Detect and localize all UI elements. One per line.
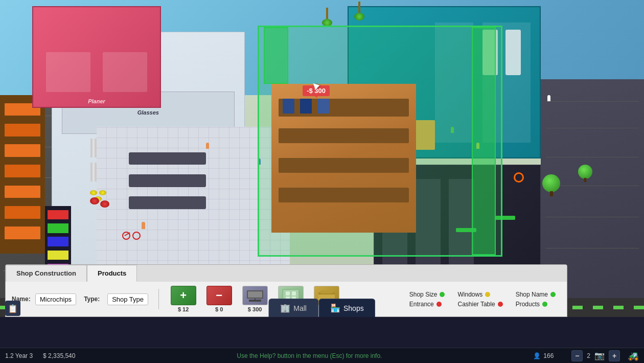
type-value[interactable]: Shop Type: [107, 293, 148, 305]
products-dot: [542, 302, 547, 307]
population-info: 👤 166: [533, 352, 554, 359]
population-text: 166: [543, 352, 554, 359]
add-icon: +: [171, 286, 196, 305]
windows-label: Windows: [457, 291, 482, 298]
svg-rect-11: [320, 290, 333, 293]
windows-dot: [485, 292, 490, 297]
shop-name-dot: [550, 292, 556, 297]
year-text: 1.2 Year 3: [5, 352, 33, 359]
tab-construction[interactable]: Shop Construction: [6, 265, 87, 282]
item-remove[interactable]: − $ 0: [205, 286, 233, 312]
remove-price: $ 0: [215, 306, 223, 312]
indicator-products: Products: [516, 301, 556, 308]
zoom-plus-button[interactable]: +: [609, 350, 620, 361]
shop-size-label: Shop Size: [409, 291, 438, 298]
shelf-icon: [242, 286, 268, 305]
shops-icon: 🏪: [330, 303, 340, 313]
svg-rect-6: [292, 291, 296, 296]
shop-name-label: Shop Name: [516, 291, 548, 298]
divider: [158, 289, 159, 309]
cashier-dot: [498, 302, 503, 307]
remove-icon: −: [206, 286, 232, 305]
green-store-construction: [258, 26, 502, 257]
zoom-controls: − 2 📷 +: [571, 350, 620, 361]
npc-5: [547, 95, 550, 101]
npc-1: [206, 143, 209, 149]
cashier-label: Cashier Table: [457, 301, 495, 308]
entrance-label: Entrance: [409, 301, 434, 308]
npc-bike: [142, 222, 145, 229]
indicator-windows: Windows: [457, 291, 502, 298]
status-right: 👤 166 − 2 📷 + 🚜: [533, 350, 639, 361]
product-rack-left: [0, 95, 45, 254]
shelf-price: $ 300: [248, 306, 262, 312]
svg-rect-1: [248, 291, 262, 298]
svg-rect-5: [286, 291, 290, 296]
nav-tabs: 🏢 Mall 🏪 Shops: [268, 299, 375, 317]
type-label: Type:: [84, 296, 104, 303]
money-text: $ 2,335,540: [43, 352, 75, 359]
tree-right-1: [542, 174, 560, 192]
indicator-shop-size: Shop Size: [409, 291, 445, 298]
name-group: Name: Microchips: [12, 293, 76, 305]
products-label: Products: [516, 301, 540, 308]
tab-shops-label: Shops: [343, 304, 364, 312]
type-group: Type: Shop Type: [84, 293, 148, 305]
entrance-dot: [436, 302, 442, 307]
indicator-cashier: Cashier Table: [457, 301, 502, 308]
bulldozer-icon[interactable]: 🚜: [628, 350, 639, 361]
person-icon: 👤: [533, 352, 541, 359]
indicator-entrance: Entrance: [409, 301, 445, 308]
tab-mall[interactable]: 🏢 Mall: [268, 299, 318, 317]
camera-icon: 📷: [594, 351, 605, 360]
status-indicators: Shop Size Windows Shop Name Entrance Cas…: [409, 291, 561, 308]
mall-icon: 🏢: [280, 303, 290, 313]
name-value[interactable]: Microchips: [35, 293, 76, 305]
item-add[interactable]: + $ 12: [169, 286, 197, 312]
money-info: $ 2,335,540: [43, 352, 75, 359]
tab-products[interactable]: Products: [87, 265, 137, 282]
year-info: 1.2 Year 3: [5, 352, 33, 359]
tab-mall-label: Mall: [293, 304, 307, 312]
shop-size-dot: [440, 292, 445, 297]
zoom-minus-button[interactable]: −: [571, 350, 583, 361]
zoom-level-text: 2: [587, 352, 590, 359]
svg-rect-3: [249, 300, 261, 302]
store-pink: Planer: [32, 6, 161, 107]
status-bar: 1.2 Year 3 $ 2,335,540 Use the Help? but…: [0, 348, 644, 363]
clipboard-icon[interactable]: 📋: [5, 301, 20, 316]
help-text: Use the Help? button in the menu (Esc) f…: [85, 352, 533, 359]
panel-tabs: Shop Construction Products: [6, 265, 567, 282]
indicator-shop-name: Shop Name: [516, 291, 556, 298]
item-shelf[interactable]: $ 300: [241, 286, 269, 312]
tree-right-2: [578, 165, 592, 179]
tab-shops[interactable]: 🏪 Shops: [318, 299, 376, 317]
add-price: $ 12: [178, 306, 189, 312]
